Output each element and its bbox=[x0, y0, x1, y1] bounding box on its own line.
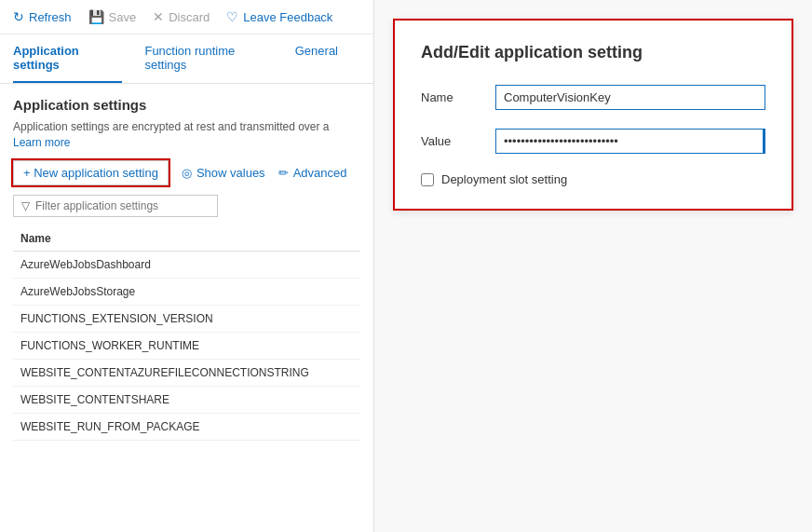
value-label: Value bbox=[421, 134, 495, 148]
pencil-icon: ✏ bbox=[278, 166, 289, 180]
setting-name-cell: FUNCTIONS_EXTENSION_VERSION bbox=[13, 306, 360, 333]
table-row[interactable]: FUNCTIONS_WORKER_RUNTIME bbox=[13, 333, 360, 360]
setting-name-cell: WEBSITE_CONTENTSHARE bbox=[13, 387, 360, 414]
discard-icon: ✕ bbox=[153, 9, 164, 24]
action-bar: + New application setting ◎ Show values … bbox=[13, 160, 360, 185]
advanced-button[interactable]: ✏ Advanced bbox=[278, 166, 347, 180]
value-input[interactable] bbox=[495, 129, 765, 154]
show-values-button[interactable]: ◎ Show values bbox=[182, 166, 265, 180]
new-application-setting-button[interactable]: + New application setting bbox=[13, 160, 169, 185]
deployment-slot-checkbox[interactable] bbox=[421, 173, 434, 186]
learn-more-link[interactable]: Learn more bbox=[13, 136, 70, 149]
toolbar: ↻ Refresh 💾 Save ✕ Discard ♡ Leave Feedb… bbox=[0, 0, 373, 34]
tabs: Application settings Function runtime se… bbox=[0, 34, 373, 84]
tab-application-settings[interactable]: Application settings bbox=[13, 34, 122, 83]
save-button[interactable]: 💾 Save bbox=[88, 9, 137, 24]
filter-input[interactable] bbox=[35, 199, 210, 212]
eye-icon: ◎ bbox=[182, 166, 192, 180]
table-row[interactable]: FUNCTIONS_EXTENSION_VERSION bbox=[13, 306, 360, 333]
column-header-name: Name bbox=[13, 226, 360, 252]
tab-function-runtime[interactable]: Function runtime settings bbox=[144, 34, 272, 83]
refresh-icon: ↻ bbox=[13, 9, 24, 24]
settings-table: Name AzureWebJobsDashboardAzureWebJobsSt… bbox=[13, 226, 360, 441]
discard-button[interactable]: ✕ Discard bbox=[153, 9, 210, 24]
deployment-slot-row: Deployment slot setting bbox=[421, 172, 765, 186]
table-row[interactable]: WEBSITE_RUN_FROM_PACKAGE bbox=[13, 414, 360, 441]
add-edit-dialog: Add/Edit application setting Name Value … bbox=[393, 19, 793, 211]
dialog-title: Add/Edit application setting bbox=[421, 43, 765, 62]
name-label: Name bbox=[421, 90, 495, 104]
name-input[interactable] bbox=[495, 85, 765, 110]
setting-name-cell: FUNCTIONS_WORKER_RUNTIME bbox=[13, 333, 360, 360]
section-title: Application settings bbox=[13, 97, 360, 113]
refresh-button[interactable]: ↻ Refresh bbox=[13, 9, 72, 24]
left-panel: ↻ Refresh 💾 Save ✕ Discard ♡ Leave Feedb… bbox=[0, 0, 374, 532]
table-row[interactable]: WEBSITE_CONTENTAZUREFILECONNECTIONSTRING bbox=[13, 360, 360, 387]
setting-name-cell: AzureWebJobsDashboard bbox=[13, 252, 360, 279]
feedback-button[interactable]: ♡ Leave Feedback bbox=[226, 9, 332, 24]
table-row[interactable]: AzureWebJobsDashboard bbox=[13, 252, 360, 279]
save-icon: 💾 bbox=[88, 9, 104, 24]
filter-icon: ▽ bbox=[21, 199, 30, 212]
table-row[interactable]: AzureWebJobsStorage bbox=[13, 279, 360, 306]
main-content: Application settings Application setting… bbox=[0, 84, 373, 532]
value-row: Value bbox=[421, 129, 765, 154]
setting-name-cell: WEBSITE_RUN_FROM_PACKAGE bbox=[13, 414, 360, 441]
right-panel: Add/Edit application setting Name Value … bbox=[374, 0, 812, 532]
table-row[interactable]: WEBSITE_CONTENTSHARE bbox=[13, 387, 360, 414]
deployment-slot-label[interactable]: Deployment slot setting bbox=[441, 172, 567, 186]
heart-icon: ♡ bbox=[226, 9, 238, 24]
filter-bar: ▽ bbox=[13, 195, 218, 217]
setting-name-cell: WEBSITE_CONTENTAZUREFILECONNECTIONSTRING bbox=[13, 360, 360, 387]
section-desc: Application settings are encrypted at re… bbox=[13, 120, 360, 133]
setting-name-cell: AzureWebJobsStorage bbox=[13, 279, 360, 306]
tab-general[interactable]: General bbox=[295, 34, 338, 83]
name-row: Name bbox=[421, 85, 765, 110]
